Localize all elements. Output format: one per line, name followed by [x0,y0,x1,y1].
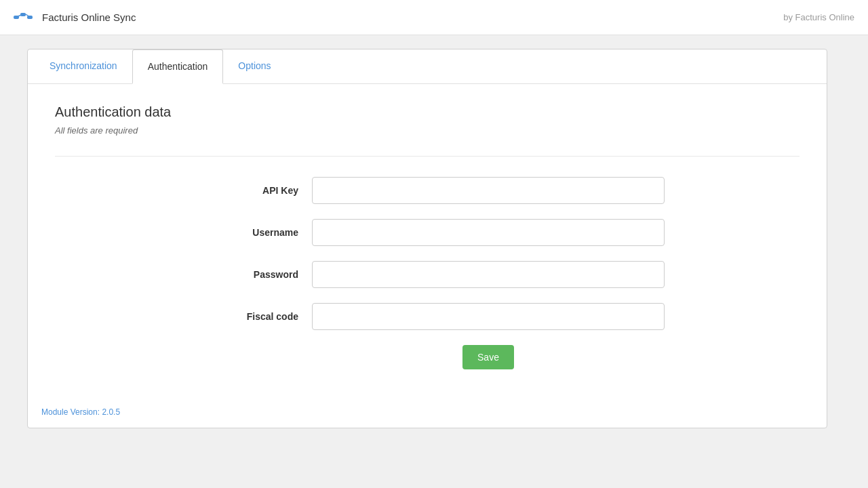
header: Facturis Online Sync by Facturis Online [0,0,868,35]
app-title: Facturis Online Sync [42,12,136,23]
tabs-container: Synchronization Authentication Options [28,49,827,84]
form-divider [55,156,800,157]
fiscal-code-label: Fiscal code [190,311,298,322]
username-input[interactable] [312,219,665,246]
password-row: Password [55,261,800,288]
form-section: Authentication data All fields are requi… [28,84,827,396]
tab-options[interactable]: Options [223,49,285,84]
main-content: Synchronization Authentication Options A… [0,35,868,488]
form-subtitle: All fields are required [55,125,800,136]
username-row: Username [55,219,800,246]
fiscal-code-input[interactable] [312,303,665,330]
password-input[interactable] [312,261,665,288]
logo-icon [14,10,35,25]
username-label: Username [190,227,298,238]
api-key-input[interactable] [312,177,665,204]
api-key-row: API Key [55,177,800,204]
header-byline: by Facturis Online [783,12,854,22]
module-version: Module Version: 2.0.5 [28,396,827,428]
save-button[interactable]: Save [462,345,514,369]
button-row: Save [177,345,800,369]
header-left: Facturis Online Sync [14,10,136,25]
api-key-label: API Key [190,185,298,196]
fiscal-code-row: Fiscal code [55,303,800,330]
main-card: Synchronization Authentication Options A… [27,49,827,428]
tab-synchronization[interactable]: Synchronization [35,49,132,84]
tab-authentication[interactable]: Authentication [132,49,224,84]
password-label: Password [190,269,298,280]
form-title: Authentication data [55,104,800,120]
